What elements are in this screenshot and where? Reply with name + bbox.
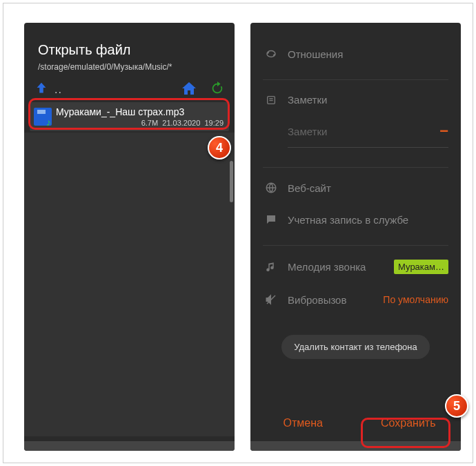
notes-icon [263, 95, 279, 106]
file-name: Мураками_-_Наш страх.mp3 [56, 106, 224, 117]
up-arrow-icon[interactable] [34, 81, 49, 99]
file-picker-path: /storage/emulated/0/Музыка/Music/* [38, 62, 221, 72]
row-vibration[interactable]: Вибровызов По умолчанию [250, 284, 461, 315]
step-badge-5: 5 [445, 394, 468, 418]
file-list-empty-area [24, 133, 235, 436]
relations-label: Отношения [279, 48, 448, 60]
notes-label: Заметки [279, 94, 448, 106]
chat-icon [263, 213, 279, 226]
row-relations[interactable]: Отношения [250, 23, 461, 70]
vibration-value: По умолчанию [383, 294, 448, 305]
website-label: Веб-сайт [279, 182, 448, 194]
save-button[interactable]: Сохранить [356, 405, 462, 441]
phone-right: Отношения Заметки Заметки − Веб-сайт Уче… [250, 23, 461, 451]
step-badge-4: 4 [208, 136, 231, 159]
parent-dir-label[interactable]: .. [49, 84, 181, 96]
row-notes[interactable]: Заметки [250, 84, 461, 115]
refresh-icon[interactable] [210, 81, 225, 99]
floppy-music-icon [34, 108, 52, 126]
phone-left: Открыть файл /storage/emulated/0/Музыка/… [24, 23, 235, 451]
remove-note-icon[interactable]: − [439, 122, 448, 140]
vibration-label: Вибровызов [279, 294, 383, 306]
file-meta: 6.7M 21.03.2020 19:29 [56, 119, 224, 127]
file-row[interactable]: Мураками_-_Наш страх.mp3 6.7M 21.03.2020… [30, 102, 229, 131]
file-picker-title: Открыть файл [38, 42, 221, 58]
cancel-button[interactable]: Отмена [250, 405, 356, 441]
scroll-indicator[interactable] [230, 161, 233, 202]
relations-icon [263, 48, 279, 60]
music-note-icon [263, 261, 279, 273]
delete-contact-button[interactable]: Удалить контакт из телефона [281, 335, 430, 359]
notes-placeholder: Заметки [288, 126, 327, 137]
account-label: Учетная запись в службе [279, 214, 448, 226]
row-account[interactable]: Учетная запись в службе [250, 204, 461, 235]
home-icon[interactable] [181, 80, 197, 99]
globe-icon [263, 182, 279, 194]
ringtone-value: Муракам… [394, 260, 448, 274]
notes-input[interactable]: Заметки − [288, 117, 448, 148]
ringtone-label: Мелодия звонка [279, 261, 394, 273]
row-ringtone[interactable]: Мелодия звонка Муракам… [250, 250, 461, 284]
row-website[interactable]: Веб-сайт [250, 172, 461, 204]
vibration-muted-icon [263, 293, 279, 306]
